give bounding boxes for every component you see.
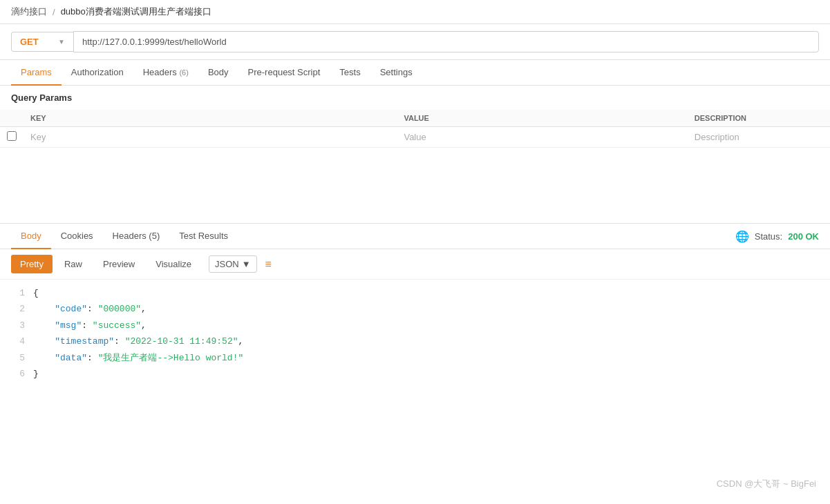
json-line-2: 2 "code": "000000", — [11, 301, 819, 317]
tab-headers[interactable]: Headers (6) — [133, 60, 198, 86]
description-cell[interactable]: Description — [688, 127, 830, 148]
response-tab-headers[interactable]: Headers (5) — [103, 224, 170, 249]
breadcrumb-current: dubbo消费者端测试调用生产者端接口 — [61, 6, 211, 18]
key-cell[interactable]: Key — [23, 127, 397, 148]
breadcrumb-parent[interactable]: 滴约接口 — [11, 6, 47, 18]
value-cell[interactable]: Value — [397, 127, 687, 148]
json-format-label: JSON — [215, 259, 239, 269]
json-format-select[interactable]: JSON ▼ — [209, 255, 257, 273]
url-input[interactable] — [73, 31, 819, 52]
response-tab-test-results[interactable]: Test Results — [169, 224, 238, 249]
query-params-header: Query Params — [0, 86, 830, 110]
response-tab-cookies[interactable]: Cookies — [51, 224, 103, 249]
json-line-3: 3 "msg": "success", — [11, 318, 819, 333]
json-line-1: 1 { — [11, 285, 819, 301]
response-status: 🌐 Status: 200 OK — [735, 230, 819, 243]
json-line-5: 5 "data": "我是生产者端-->Hello world!" — [11, 350, 819, 366]
body-toolbar: Pretty Raw Preview Visualize JSON ▼ ≡ — [0, 249, 830, 280]
row-checkbox-cell — [0, 127, 23, 148]
tab-prerequest[interactable]: Pre-request Script — [238, 60, 330, 86]
request-section: Query Params KEY VALUE DESCRIPTION — [0, 86, 830, 224]
col-key: KEY — [23, 110, 397, 127]
row-checkbox[interactable] — [7, 131, 17, 141]
col-value: VALUE — [397, 110, 687, 127]
request-tabs-bar: Params Authorization Headers (6) Body Pr… — [0, 60, 830, 86]
status-label: Status: — [755, 231, 782, 242]
json-line-4: 4 "timestamp": "2022-10-31 11:49:52", — [11, 333, 819, 349]
breadcrumb-separator: / — [53, 7, 55, 17]
format-raw-button[interactable]: Raw — [55, 255, 91, 273]
response-section: Body Cookies Headers (5) Test Results 🌐 … — [0, 224, 830, 387]
method-select[interactable]: GET ▼ — [11, 32, 73, 52]
tab-body[interactable]: Body — [198, 60, 238, 86]
chevron-down-icon: ▼ — [58, 38, 65, 46]
format-preview-button[interactable]: Preview — [94, 255, 144, 273]
response-tab-body[interactable]: Body — [11, 224, 51, 249]
tab-params[interactable]: Params — [11, 60, 62, 86]
col-description: DESCRIPTION — [688, 110, 830, 127]
tab-tests[interactable]: Tests — [330, 60, 370, 86]
chevron-down-icon: ▼ — [242, 259, 251, 269]
method-label: GET — [20, 37, 39, 47]
status-code: 200 OK — [788, 231, 819, 242]
response-tabs-bar: Body Cookies Headers (5) Test Results 🌐 … — [0, 224, 830, 249]
breadcrumb: 滴约接口 / dubbo消费者端测试调用生产者端接口 — [0, 0, 830, 24]
params-table: KEY VALUE DESCRIPTION Key Value — [0, 110, 830, 148]
format-pretty-button[interactable]: Pretty — [11, 255, 53, 273]
table-row: Key Value Description — [0, 127, 830, 148]
wrap-icon[interactable]: ≡ — [265, 258, 272, 271]
globe-icon: 🌐 — [735, 230, 749, 243]
url-bar: GET ▼ — [0, 24, 830, 60]
col-checkbox — [0, 110, 23, 127]
format-visualize-button[interactable]: Visualize — [147, 255, 200, 273]
tab-authorization[interactable]: Authorization — [62, 60, 133, 86]
json-line-6: 6 } — [11, 366, 819, 382]
json-area: 1 { 2 "code": "000000", 3 "msg": "succes… — [0, 280, 830, 387]
tab-settings[interactable]: Settings — [370, 60, 422, 86]
